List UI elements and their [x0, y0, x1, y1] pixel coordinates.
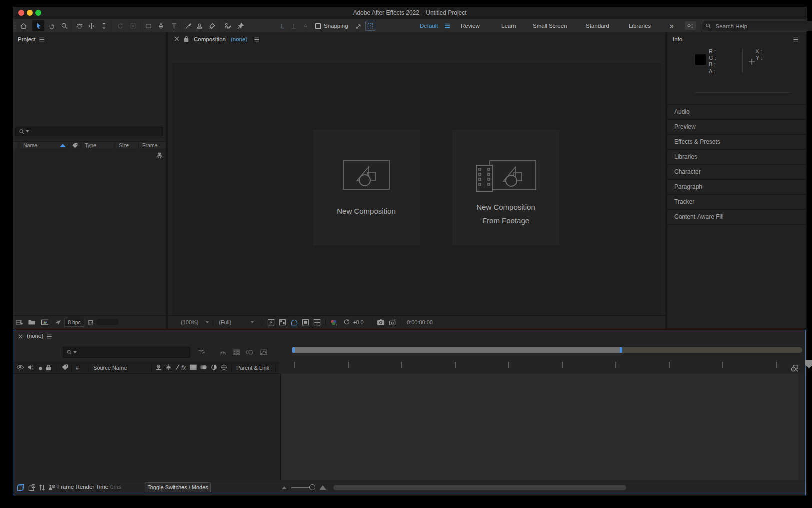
magnification-dropdown[interactable]: (100%)	[181, 316, 209, 329]
color-depth-button[interactable]: 8 bpc	[64, 318, 84, 327]
sidebar-item-content-aware-fill[interactable]: Content-Aware Fill	[667, 209, 806, 224]
project-flowchart-icon[interactable]	[156, 152, 163, 160]
brush-tool[interactable]	[183, 22, 192, 30]
new-composition-icon[interactable]	[40, 318, 49, 326]
toggle-switches-modes-button[interactable]: Toggle Switches / Modes	[145, 482, 211, 492]
timeline-zoom-slider-track[interactable]	[291, 487, 310, 488]
world-axis-mode-icon[interactable]	[289, 22, 298, 30]
effects-switch-icon[interactable]: fx	[181, 364, 186, 371]
workspace-tab-libraries[interactable]: Libraries	[629, 19, 651, 32]
new-folder-icon[interactable]	[27, 318, 36, 326]
project-footer-slider[interactable]	[96, 319, 119, 325]
collapse-transformations-icon[interactable]	[165, 364, 172, 372]
reset-exposure-icon[interactable]	[342, 318, 351, 326]
snap-bounding-box-icon[interactable]	[365, 21, 375, 31]
timeline-horizontal-scrollbar[interactable]	[333, 485, 626, 490]
lock-column-icon[interactable]	[46, 364, 51, 372]
time-ruler[interactable]	[294, 362, 789, 368]
mask-visibility-icon[interactable]	[290, 318, 299, 326]
manage-workspaces-icon[interactable]	[685, 21, 696, 30]
workspace-tab-small-screen[interactable]: Small Screen	[533, 19, 567, 32]
rectangle-tool[interactable]	[144, 22, 153, 30]
timeline-vertical-scrollbar[interactable]	[798, 374, 804, 480]
sidebar-item-effects-presets[interactable]: Effects & Presets	[667, 134, 806, 149]
selection-tool[interactable]	[32, 20, 44, 31]
panel-lock-icon[interactable]	[184, 36, 189, 43]
resolution-dropdown[interactable]: (Full)	[219, 316, 254, 329]
channel-and-color-icon[interactable]	[329, 318, 338, 326]
sidebar-item-tracker[interactable]: Tracker	[667, 194, 806, 209]
view-axis-mode-icon[interactable]	[301, 22, 310, 30]
current-timecode[interactable]: 0:00:00:00	[407, 316, 433, 329]
label-column-icon[interactable]	[61, 364, 69, 372]
take-snapshot-icon[interactable]	[376, 318, 385, 326]
audio-column-icon[interactable]	[27, 364, 34, 372]
pen-tool[interactable]	[156, 22, 165, 30]
camera-roi-tool[interactable]	[128, 22, 137, 30]
interpret-footage-icon[interactable]	[15, 318, 24, 326]
expand-transfer-controls-icon[interactable]	[27, 483, 36, 491]
zoom-in-frames-icon[interactable]	[319, 485, 326, 490]
parent-link-column-label[interactable]: Parent & Link	[236, 365, 269, 371]
project-search-field[interactable]	[15, 127, 163, 136]
new-composition-card[interactable]: New Composition	[313, 130, 420, 245]
index-column-label[interactable]: #	[76, 365, 79, 371]
info-tab-label[interactable]: Info	[673, 32, 682, 46]
snapping-label[interactable]: Snapping	[324, 19, 348, 32]
project-tab-label[interactable]: Project	[18, 32, 36, 46]
dolly-camera-tool[interactable]	[99, 22, 108, 30]
panel-menu-icon[interactable]	[46, 334, 52, 340]
composition-tab-label[interactable]: Composition	[194, 32, 226, 46]
transparency-grid-icon[interactable]	[278, 318, 287, 326]
graph-editor-icon[interactable]	[259, 348, 268, 356]
comp-button-icon[interactable]	[790, 364, 799, 373]
column-frame-rate[interactable]: Frame Ra..	[142, 142, 166, 149]
zoom-tool[interactable]	[60, 22, 69, 30]
sidebar-item-audio[interactable]: Audio	[667, 104, 806, 119]
grid-and-guides-icon[interactable]	[313, 318, 322, 326]
close-panel-icon[interactable]	[18, 334, 23, 340]
delete-icon[interactable]	[86, 318, 95, 326]
adjustment-layer-switch-icon[interactable]	[210, 364, 218, 372]
frame-blending-icon[interactable]	[232, 348, 241, 356]
help-search-input[interactable]	[715, 23, 812, 30]
expand-in-out-duration-icon[interactable]	[37, 483, 46, 491]
snap-angle-icon[interactable]	[354, 22, 363, 30]
timeline-tab-label[interactable]: (none)	[27, 330, 43, 342]
panel-menu-icon[interactable]	[254, 37, 260, 43]
workspace-menu-icon[interactable]	[443, 22, 452, 30]
shy-switch-icon[interactable]	[155, 364, 162, 372]
snapping-checkbox[interactable]	[313, 22, 322, 30]
solo-column-icon[interactable]	[38, 366, 43, 372]
composition-viewer[interactable]: New Composition New Composition	[172, 62, 661, 316]
region-of-interest-icon[interactable]	[301, 318, 310, 326]
panel-menu-icon[interactable]	[793, 37, 799, 43]
exposure-value[interactable]: +0.0	[353, 316, 364, 329]
motion-blur-icon[interactable]	[245, 348, 254, 356]
eraser-tool[interactable]	[207, 22, 216, 30]
local-axis-mode-icon[interactable]	[277, 22, 286, 30]
puppet-pin-tool[interactable]	[236, 22, 245, 30]
3d-layer-switch-icon[interactable]	[220, 364, 228, 372]
sort-ascending-icon[interactable]	[60, 144, 66, 147]
source-name-column-label[interactable]: Source Name	[93, 365, 127, 371]
time-navigator-bar[interactable]	[292, 347, 622, 353]
workspace-tab-default[interactable]: Default	[420, 19, 438, 32]
hide-shy-layers-icon[interactable]	[218, 348, 227, 356]
type-tool[interactable]	[169, 22, 178, 30]
roto-brush-tool[interactable]	[223, 22, 232, 30]
orbit-camera-tool[interactable]	[75, 22, 84, 30]
expand-layer-switches-icon[interactable]	[16, 483, 25, 491]
sidebar-item-paragraph[interactable]: Paragraph	[667, 179, 806, 194]
track-area[interactable]	[280, 374, 799, 480]
pan-camera-tool[interactable]	[87, 22, 96, 30]
column-type[interactable]: Type	[85, 142, 96, 149]
home-icon[interactable]	[19, 22, 28, 30]
rotation-tool[interactable]	[116, 22, 125, 30]
composition-panel-tab[interactable]: Composition (none)	[168, 32, 665, 46]
show-snapshot-icon[interactable]	[388, 318, 397, 326]
frame-blend-switch-icon[interactable]	[189, 364, 197, 372]
sidebar-item-character[interactable]: Character	[667, 164, 806, 179]
workspace-tab-standard[interactable]: Standard	[586, 19, 609, 32]
motion-blur-switch-icon[interactable]	[200, 364, 208, 372]
